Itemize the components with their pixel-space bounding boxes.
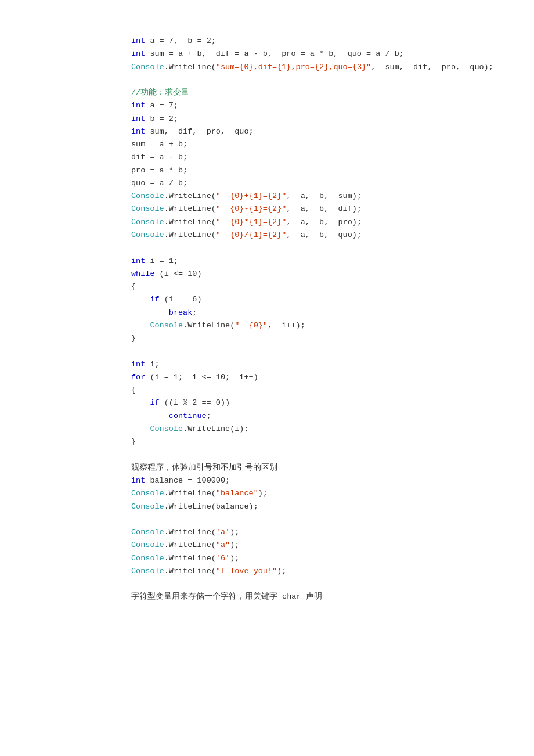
normal-text: a = 7, b = 2; — [145, 37, 216, 45]
code-line: Console.WriteLine(" {0}", i++); — [131, 319, 534, 332]
console-text: Console — [131, 554, 164, 563]
code-line: } — [131, 332, 534, 345]
normal-text — [131, 424, 150, 433]
comment-text: //功能：求变量 — [131, 88, 189, 97]
code-line: Console.WriteLine("balance"); — [131, 487, 534, 500]
code-line: sum = a + b; — [131, 138, 534, 151]
normal-text: .WriteLine( — [164, 528, 216, 537]
code-line: int sum = a + b, dif = a - b, pro = a * … — [131, 48, 534, 60]
normal-text — [131, 321, 150, 330]
code-line: pro = a * b; — [131, 164, 534, 177]
code-line: int sum, dif, pro, quo; — [131, 125, 534, 138]
string-text: "a" — [216, 541, 230, 549]
string-text: 'a' — [216, 528, 230, 537]
normal-text: sum, dif, pro, quo; — [145, 127, 253, 136]
normal-text: } — [131, 334, 136, 343]
blank-line — [131, 449, 534, 462]
normal-text: ); — [277, 567, 286, 575]
normal-text: .WriteLine( — [164, 231, 216, 239]
string-text: "sum={0},dif={1},pro={2},quo={3}" — [216, 63, 371, 71]
normal-text: ; — [192, 308, 197, 317]
normal-text: b = 2; — [145, 114, 178, 123]
normal-text: ); — [258, 489, 268, 498]
code-line: 观察程序，体验加引号和不加引号的区别 — [131, 462, 534, 474]
code-line: Console.WriteLine('6'); — [131, 552, 534, 565]
normal-text: sum = a + b; — [131, 140, 187, 149]
code-line: } — [131, 435, 534, 448]
string-text: '6' — [216, 554, 230, 563]
kw-text: int — [131, 114, 145, 123]
code-line: if (i == 6) — [131, 293, 534, 306]
code-line: Console.WriteLine(" {0}-{1}={2}", a, b, … — [131, 203, 534, 215]
normal-text: , a, b, pro); — [286, 218, 362, 226]
normal-text: .WriteLine( — [164, 489, 216, 498]
string-text: " {0}-{1}={2}" — [216, 204, 287, 213]
normal-text: sum = a + b, dif = a - b, pro = a * b, q… — [145, 49, 404, 58]
code-line: int i = 1; — [131, 255, 534, 268]
normal-text: .WriteLine( — [164, 192, 216, 200]
console-text: Console — [150, 424, 183, 433]
code-line: //功能：求变量 — [131, 87, 534, 99]
code-line: int i; — [131, 358, 534, 371]
normal-text — [131, 295, 150, 304]
console-text: Console — [131, 502, 164, 511]
normal-text: ); — [230, 528, 239, 537]
kw-text: int — [131, 49, 145, 58]
code-line: { — [131, 384, 534, 397]
normal-text: , a, b, quo); — [286, 231, 362, 239]
normal-text — [131, 412, 169, 420]
normal-text: i = 1; — [145, 257, 178, 265]
code-line: 字符型变量用来存储一个字符，用关键字 char 声明 — [131, 591, 534, 603]
code-line: { — [131, 280, 534, 293]
code-line: int b = 2; — [131, 113, 534, 125]
code-line: Console.WriteLine(" {0}*{1}={2}", a, b, … — [131, 216, 534, 229]
normal-text: .WriteLine(i); — [183, 424, 248, 433]
code-line: Console.WriteLine(i); — [131, 423, 534, 435]
code-line: int a = 7, b = 2; — [131, 35, 534, 48]
normal-text: .WriteLine( — [164, 554, 216, 563]
normal-text: quo = a / b; — [131, 179, 187, 188]
kw-text: continue — [169, 412, 207, 420]
normal-text: } — [131, 437, 136, 446]
normal-text: ); — [230, 541, 239, 549]
blank-line — [131, 345, 534, 358]
normal-text: { — [131, 386, 136, 394]
string-text: "balance" — [216, 489, 258, 498]
normal-text: , sum, dif, pro, quo); — [371, 63, 493, 71]
blank-line — [131, 242, 534, 254]
normal-text: .WriteLine( — [164, 541, 216, 549]
code-container: int a = 7, b = 2;int sum = a + b, dif = … — [131, 35, 534, 604]
kw-text: break — [169, 308, 193, 317]
normal-text: (i = 1; i <= 10; i++) — [145, 373, 258, 381]
normal-text: pro = a * b; — [131, 166, 187, 175]
kw-text: for — [131, 373, 145, 381]
code-line: Console.WriteLine(" {0}+{1}={2}", a, b, … — [131, 190, 534, 203]
console-text: Console — [131, 231, 164, 239]
code-line: Console.WriteLine(" {0}/{1}={2}", a, b, … — [131, 229, 534, 242]
normal-text: 观察程序，体验加引号和不加引号的区别 — [131, 463, 277, 472]
console-text: Console — [131, 541, 164, 549]
normal-text: dif = a - b; — [131, 153, 187, 161]
normal-text: ); — [230, 554, 239, 563]
console-text: Console — [131, 567, 164, 575]
code-line: int balance = 100000; — [131, 474, 534, 487]
kw-text: while — [131, 269, 155, 278]
normal-text: ((i % 2 == 0)) — [160, 398, 230, 407]
string-text: " {0}*{1}={2}" — [216, 218, 287, 226]
kw-text: if — [150, 295, 159, 304]
normal-text: balance = 100000; — [145, 476, 230, 485]
console-text: Console — [131, 192, 164, 200]
kw-text: int — [131, 101, 145, 110]
console-text: Console — [131, 204, 164, 213]
console-text: Console — [131, 528, 164, 537]
console-text: Console — [150, 321, 183, 330]
normal-text: .WriteLine(balance); — [164, 502, 258, 511]
string-text: " {0}/{1}={2}" — [216, 231, 287, 239]
code-line: break; — [131, 307, 534, 319]
code-line: continue; — [131, 410, 534, 423]
normal-text: ; — [207, 412, 211, 420]
normal-text: .WriteLine( — [164, 218, 216, 226]
kw-text: if — [150, 398, 159, 407]
blank-line — [131, 513, 534, 526]
string-text: " {0}+{1}={2}" — [216, 192, 287, 200]
